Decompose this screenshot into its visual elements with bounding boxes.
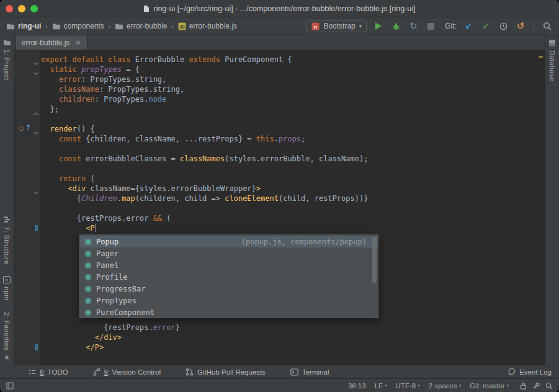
stop-icon [427,23,434,30]
local-history-button[interactable] [498,20,509,32]
rollback-button[interactable]: ↺ [515,20,526,32]
code-token [41,85,59,94]
tab-error-bubble-js[interactable]: error-bubble.js × [16,35,87,50]
toolwindow-github-pull-requests[interactable]: GitHub Pull Requests [186,368,266,376]
code-line[interactable] [41,164,545,174]
code-token: () { [77,125,95,133]
fold-end-icon[interactable] [33,107,38,118]
code-line[interactable]: export default class ErrorBubble extends… [41,55,545,65]
code-token: return [59,174,86,183]
code-token: classNames [180,154,225,163]
zoom-window-button[interactable] [30,5,38,12]
completion-item[interactable]: Panel [80,259,378,271]
tab-label: error-bubble.js [22,38,69,47]
sidebar-item-label: Database [548,50,556,81]
breadcrumb-item-error-bubble-js[interactable]: JS error-bubble.js [178,22,237,30]
breadcrumb-item-components[interactable]: components [52,22,104,30]
code-line[interactable]: const {children, className, ...restProps… [41,134,545,144]
minimize-window-button[interactable] [18,5,25,12]
code-token: const [59,135,86,143]
code-token: className [90,184,130,193]
code-token: className [59,85,99,94]
search-everywhere-button[interactable] [542,20,553,32]
code-line[interactable]: static propTypes = { [41,65,545,74]
code-line[interactable]: className: PropTypes.string, [41,84,545,94]
run-configuration-selector[interactable]: n Bootstrap ▾ [306,20,367,32]
line-separator-widget[interactable]: LF ▾ [375,382,387,390]
code-token: {restProps.error [41,214,153,223]
indent-setting: 2 spaces [429,382,457,390]
update-project-button[interactable]: ↙ [463,20,474,32]
caret-position-widget[interactable]: 36:13 [348,382,366,390]
sidebar-item-database[interactable]: Database [545,39,559,81]
code-line[interactable] [41,144,545,154]
stop-button[interactable] [425,20,436,32]
lock-icon[interactable] [520,382,527,390]
code-line[interactable]: <P [41,223,545,233]
code-line[interactable] [41,114,545,124]
completion-scrollbar[interactable] [372,237,377,283]
code-line[interactable]: {restProps.error} [41,323,545,332]
editor[interactable]: ○ ↑ export default class ErrorBubble ext… [14,50,545,365]
completion-item[interactable]: Pager [80,247,378,259]
fold-icon[interactable] [33,67,38,78]
override-marker-icon[interactable]: ○ [19,125,24,131]
toolwindow-toggle-icon[interactable] [6,382,14,390]
code-token [41,65,50,74]
overrides-up-arrow-icon[interactable]: ↑ [25,124,31,131]
code-token: error [153,323,176,332]
encoding-widget[interactable]: UTF-8 ▾ [396,382,420,390]
code-token: (styles.errorBubble, className); [225,154,368,163]
code-line[interactable]: </div> [41,332,545,342]
statusbar: 36:13 LF ▾ UTF-8 ▾ 2 spaces ▾ Git: maste… [0,378,559,392]
code-line[interactable]: }; [41,104,545,114]
completion-item[interactable]: ProgressBar [80,283,378,295]
code-line[interactable]: children: PropTypes.node [41,94,545,104]
sidebar-item-project[interactable]: 1: Project [0,39,14,80]
sidebar-item-favorites[interactable]: 2: Favorites ★ [3,312,11,361]
code-token: ErrorBubble [135,55,189,64]
toolwindow-terminal[interactable]: Terminal [290,368,329,376]
debug-button[interactable] [390,20,401,32]
toolwindow-todo[interactable]: 6: TODO [29,368,68,376]
commit-button[interactable]: ✓ [480,20,491,32]
code-line[interactable]: </P> [41,342,545,352]
indent-widget[interactable]: 2 spaces ▾ [429,382,462,390]
tag-range-marker [35,344,38,350]
code-line[interactable]: <div className={styles.errorBubbleWrappe… [41,184,545,194]
inspection-stripe-mark[interactable] [539,56,543,58]
event-log-button[interactable]: Event Log [508,368,552,376]
breadcrumb-item-ring-ui[interactable]: ring-ui [6,22,41,30]
sidebar-item-structure[interactable]: 7: Structure [3,216,11,265]
code-line[interactable]: render() { [41,124,545,134]
toolwindow-version-control[interactable]: 9: Version Control [93,368,161,376]
close-icon[interactable]: × [74,38,81,47]
text-caret [96,224,96,232]
close-window-button[interactable] [6,5,13,12]
coverage-button[interactable]: ↻ [408,20,419,32]
code-token [41,135,59,143]
code-line[interactable]: {Children.map(children, child => cloneEl… [41,194,545,203]
code-line[interactable]: const errorBubbleClasses = classNames(st… [41,154,545,164]
code-token: (child, restProps))} [279,194,369,203]
completion-item[interactable]: Profile [80,271,378,283]
run-button[interactable] [373,20,384,32]
wrench-icon[interactable] [532,382,540,390]
breadcrumb-item-error-bubble[interactable]: error-bubble [115,22,167,30]
npm-icon: n [3,276,11,283]
search-icon[interactable] [545,382,553,390]
sidebar-item-npm[interactable]: n npm [3,276,11,301]
completion-item[interactable]: Popup (popup.js, components/popup) [80,236,378,247]
fold-icon[interactable] [33,186,38,197]
code-line[interactable]: error: PropTypes.string, [41,74,545,84]
git-branch-widget[interactable]: Git: master ▾ [470,382,509,390]
code-line[interactable]: {restProps.error && ( [41,213,545,223]
folder-icon [115,22,123,30]
code-line[interactable] [41,203,545,213]
completion-item[interactable]: PureComponent [80,306,378,318]
fold-icon[interactable] [33,127,38,138]
run-configuration-label: Bootstrap [323,22,355,30]
code-line[interactable]: return ( [41,174,545,184]
completion-item[interactable]: PropTypes [80,295,378,306]
code-token: </P> [86,343,104,352]
